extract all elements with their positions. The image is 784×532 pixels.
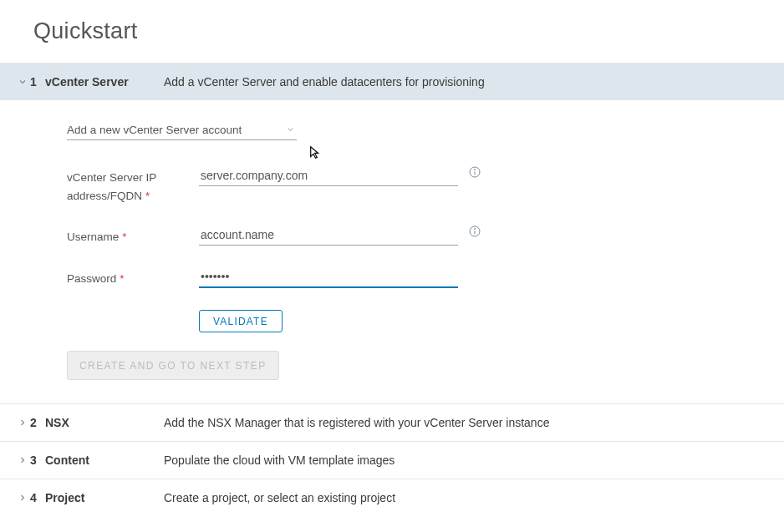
validate-button[interactable]: Validate — [199, 310, 283, 332]
page-title: Quickstart — [0, 0, 784, 63]
step-number: 2 — [30, 416, 45, 429]
password-input[interactable] — [199, 266, 458, 288]
accordion-step-nsx: 2 NSX Add the NSX Manager that is regist… — [0, 403, 784, 441]
ip-fqdn-input[interactable] — [199, 165, 458, 186]
accordion-step-project: 4 Project Create a project, or select an… — [0, 479, 784, 516]
caret-down-icon — [286, 124, 295, 136]
required-asterisk: * — [145, 190, 150, 202]
svg-point-2 — [474, 169, 475, 170]
step-description: Create a project, or select an existing … — [164, 491, 395, 504]
chevron-right-icon — [15, 493, 30, 503]
svg-point-5 — [474, 229, 475, 230]
step-title: Project — [45, 491, 164, 504]
step-title: vCenter Server — [45, 75, 164, 89]
step-description: Populate the cloud with VM template imag… — [164, 453, 395, 467]
ip-fqdn-label: vCenter Server IP address/FQDN* — [67, 165, 199, 205]
accordion-header-project[interactable]: 4 Project Create a project, or select an… — [0, 479, 784, 516]
chevron-right-icon — [15, 418, 30, 428]
accordion-header-content[interactable]: 3 Content Populate the cloud with VM tem… — [0, 442, 784, 479]
step-number: 1 — [30, 75, 45, 89]
account-dropdown-label: Add a new vCenter Server account — [67, 124, 242, 136]
step-number: 4 — [30, 491, 45, 504]
accordion-header-vcenter[interactable]: 1 vCenter Server Add a vCenter Server an… — [0, 63, 784, 100]
accordion-step-vcenter: 1 vCenter Server Add a vCenter Server an… — [0, 63, 784, 403]
step-number: 3 — [30, 453, 45, 467]
required-asterisk: * — [120, 272, 124, 285]
create-next-button: Create and go to next step — [67, 351, 279, 380]
required-asterisk: * — [122, 231, 126, 243]
username-label: Username* — [67, 225, 199, 246]
accordion-header-nsx[interactable]: 2 NSX Add the NSX Manager that is regist… — [0, 404, 784, 441]
chevron-right-icon — [15, 455, 30, 465]
info-icon[interactable] — [458, 165, 481, 179]
accordion-step-content: 3 Content Populate the cloud with VM tem… — [0, 441, 784, 479]
step-description: Add the NSX Manager that is registered w… — [164, 416, 549, 429]
account-dropdown[interactable]: Add a new vCenter Server account — [67, 120, 297, 140]
accordion-body-vcenter: Add a new vCenter Server account vCenter… — [0, 100, 784, 403]
info-icon[interactable] — [458, 225, 481, 238]
password-label: Password* — [67, 266, 199, 288]
username-input[interactable] — [199, 225, 458, 246]
step-title: Content — [45, 453, 164, 467]
chevron-down-icon — [15, 77, 30, 87]
step-title: NSX — [45, 416, 164, 429]
step-description: Add a vCenter Server and enable datacent… — [164, 75, 485, 89]
